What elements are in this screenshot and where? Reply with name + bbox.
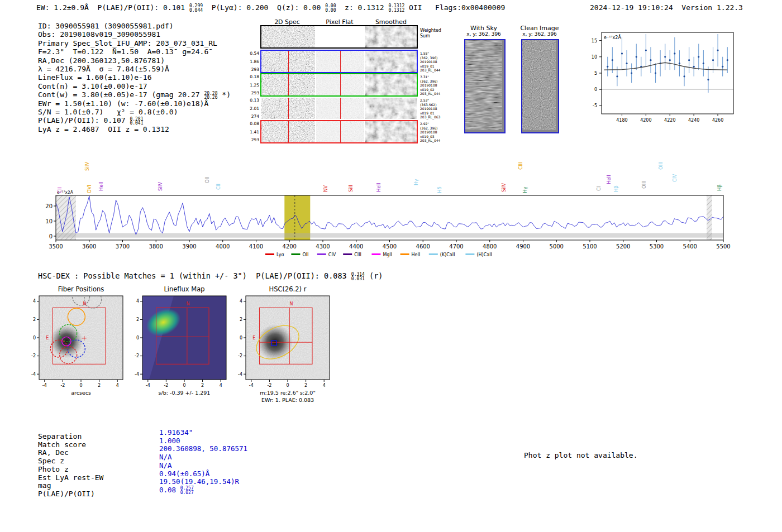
x-tick-label: -4: [146, 383, 150, 388]
rect-mark: [365, 74, 417, 95]
pixelflat-strip: [316, 26, 364, 47]
match-row-label: Separation: [38, 432, 82, 440]
fraction-bottom: 0.027: [180, 491, 194, 495]
data-point: [698, 56, 699, 57]
data-point: [683, 75, 685, 77]
x-tick-label: 3900: [182, 243, 196, 250]
cutout-caption-arcsecs: arcsecs: [39, 390, 123, 396]
legend-swatch: [465, 253, 474, 255]
y-tick-label: -2: [31, 353, 36, 358]
fiber-annotation-line: 7.31": [420, 75, 440, 79]
text-segment: N/A: [159, 453, 172, 461]
cutout-title-lineflux-map: Lineflux Map: [142, 285, 226, 293]
pixelflat-strip: [316, 74, 364, 95]
emission-line-label: HeII: [376, 183, 382, 192]
fiber-annotation-line: v019_03: [420, 135, 440, 139]
text-segment: EWr = 1.50(±1.10) (w: -7.60(±0.10)e18)Å: [38, 99, 208, 108]
match-row-label: P(LAE)/P(OII): [38, 490, 95, 498]
info-line: Cont(w) = 3.80(±0.05)e-17 (gmag 20.27 20…: [38, 90, 231, 99]
x-tick-label: 4: [116, 383, 119, 388]
rect-mark: [365, 51, 417, 72]
x-tick-label: 4240: [688, 118, 699, 123]
text-segment: P(Lyα): 0.200 Q(z): 0.00: [203, 3, 325, 12]
line-center-marker: [340, 121, 341, 142]
cutout-caption-hsc-ewr: EWr: 1. PLAE: 0.083: [246, 397, 330, 403]
text-segment: 200.360898, 50.876571: [159, 444, 247, 453]
rect-mark: [365, 98, 417, 119]
x-tick-label: -2: [60, 383, 65, 388]
info-line: LyA z = 2.4687 OII z = 0.1312: [38, 125, 231, 133]
y-tick-label: 0: [240, 336, 242, 341]
y-tick-label: 10: [45, 218, 53, 224]
x-tick-label: 4200: [640, 118, 651, 123]
fiber-positions-panel: NE-4-2024420-2-4: [27, 294, 125, 390]
y-tick-label: -4: [135, 372, 139, 377]
x-tick-label: 4600: [416, 243, 430, 250]
clean-image-coords: x, y: 362, 396: [514, 31, 565, 37]
strip-noise: [365, 26, 417, 47]
smoothed-strip: [365, 98, 417, 119]
x-tick-label: 0: [79, 383, 82, 388]
fiber-weight-labels: 0.541.86293: [245, 51, 259, 72]
fiber-annotation: 7.31"(362, 396)20190108v019_02203_RL_044: [420, 75, 440, 96]
fiber-annotation: WeightedSum: [420, 28, 441, 39]
line-center-marker: [288, 98, 289, 119]
y-tick-label: -2: [135, 353, 139, 358]
line-center-marker: [288, 74, 289, 95]
data-point: [712, 59, 714, 61]
data-point: [607, 66, 608, 68]
fiber-annotation-line: 20190108: [420, 83, 440, 88]
x-tick-label: 5300: [650, 243, 664, 250]
emission-line-label: NV: [323, 185, 328, 192]
x-tick-label: 0: [286, 383, 289, 388]
data-point: [650, 59, 651, 61]
x-tick-label: 4220: [664, 118, 675, 123]
emission-line-label: HeII: [98, 181, 104, 191]
x-tick-label: 4700: [449, 243, 463, 250]
text-segment: Primary Spec_Slot_IFU_AMP: 203_073_031_R…: [38, 39, 217, 47]
text-segment: S/N = 1.0(±0.7) χ² = 0.8(±0.0): [38, 108, 178, 116]
line-center-marker: [340, 51, 341, 72]
info-line: F=2.3" T=0.122 N̄=1.50 A=0.13̄ g=24.6̄: [38, 47, 231, 56]
data-point: [631, 72, 632, 74]
clean-image: [521, 39, 559, 133]
legend-label: Lyα: [276, 252, 284, 257]
hsc-match-summary: HSC-DEX : Possible Matches = 1 (within +…: [38, 271, 383, 281]
x-tick-label: 3800: [149, 243, 163, 250]
stacked-fraction: 0.2990.044: [189, 4, 203, 12]
emission-line-label: SiII: [348, 185, 354, 192]
data-point: [674, 52, 675, 54]
legend-swatch: [291, 253, 300, 255]
plot-frame: [602, 32, 733, 114]
stacked-fraction: 0.2810.041: [130, 117, 143, 126]
y-tick-label: 0: [594, 87, 597, 92]
x-tick-label: 4200: [283, 243, 297, 250]
rect-mark: [365, 121, 417, 142]
fiber-cutout-row: 0.081.412932.92"(362, 396)20190108v019_0…: [260, 120, 418, 143]
fiber-annotation-line: 203_RL_063: [420, 115, 440, 119]
match-row-label: Spec z: [38, 457, 64, 465]
elixer-detection-report: EW: 1.2±0.9Å P(LAE)/P(OII): 0.101 0.2990…: [0, 0, 782, 532]
legend-label: CIII: [354, 252, 361, 257]
text-segment: ID: 3090055981 (3090055981.pdf): [38, 22, 174, 30]
y-tick-label: 2: [136, 317, 139, 322]
x-tick-label: 5200: [616, 243, 630, 250]
text-segment: RA,Dec (200.360123,50.876781): [38, 56, 165, 65]
fraction-bottom: 0.031: [351, 277, 365, 281]
emission-line-label: OII: [204, 176, 210, 183]
x-tick-label: 3600: [82, 243, 96, 250]
emission-line-label: Hγ: [522, 187, 528, 193]
match-row-value: 0.94(±0.65)Å: [159, 469, 209, 478]
info-line: P(LAE)/P(OII): 0.107 0.2810.041: [38, 116, 231, 124]
emission-line-label: Hβ: [717, 184, 722, 191]
compass-north-label: N: [83, 301, 87, 306]
x-tick-label: 3700: [116, 243, 130, 250]
fiber-weight-value: 0.54: [245, 51, 259, 56]
fiber-weight-value: 293: [245, 137, 259, 142]
strip-noise: [365, 74, 417, 95]
compass-north-label: N: [187, 301, 190, 306]
emission-line-label: SiIV: [501, 183, 507, 192]
header-summary: EW: 1.2±0.9Å P(LAE)/P(OII): 0.101 0.2990…: [36, 3, 505, 13]
emission-line-label: CII: [57, 187, 63, 193]
text-segment: LyA z = 2.4687 OII z = 0.1312: [38, 125, 169, 133]
